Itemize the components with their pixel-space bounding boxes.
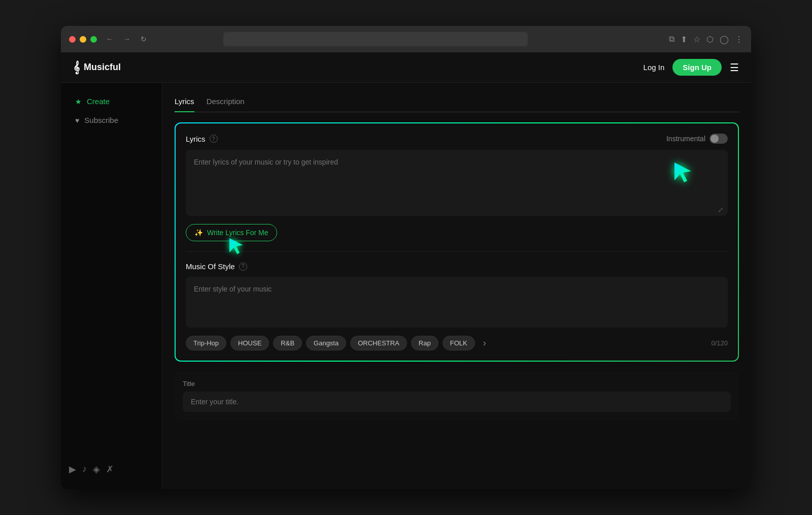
more-tags-button[interactable]: › [479, 336, 490, 350]
panel-container: Lyrics ? Instrumental [175, 122, 739, 362]
browser-share-icon[interactable]: ⬆ [681, 35, 687, 44]
section-divider [186, 251, 728, 252]
logo-text: Musicful [84, 62, 121, 73]
tag-rap[interactable]: Rap [411, 336, 438, 350]
logo-icon: 𝄞 [73, 61, 80, 74]
sidebar-item-label-create: Create [87, 97, 110, 106]
main-content: Lyrics Description Lyrics ? Ins [162, 83, 751, 489]
expand-icon[interactable]: ⤢ [718, 206, 724, 214]
tabs: Lyrics Description [175, 93, 739, 112]
title-section: Title [175, 372, 739, 420]
browser-star-icon[interactable]: ☆ [693, 35, 700, 44]
sidebar-item-subscribe[interactable]: ♥ Subscribe [69, 112, 154, 128]
tag-orchestra[interactable]: ORCHESTRA [350, 336, 407, 350]
lyrics-bottom-bar: ✨ Write Lyrics For Me [186, 224, 728, 241]
lyrics-section-header: Lyrics ? Instrumental [186, 134, 728, 144]
app-header: 𝄞 Musicful Log In Sign Up ☰ [61, 52, 751, 83]
panel-inner: Lyrics ? Instrumental [176, 123, 738, 361]
tag-gangsta[interactable]: Gangsta [306, 336, 346, 350]
subscribe-icon: ♥ [75, 116, 79, 124]
lyrics-help-icon[interactable]: ? [210, 135, 218, 143]
lyrics-textarea-container: ⤢ [186, 150, 728, 218]
lyrics-textarea[interactable] [186, 150, 728, 216]
browser-actions: ⧉ ⬆ ☆ ⬡ ◯ ⋮ [669, 35, 743, 44]
sidebar-nav: ★ Create ♥ Subscribe [69, 93, 154, 128]
maximize-button[interactable] [90, 36, 97, 43]
char-count: 0/120 [711, 339, 728, 347]
write-lyrics-button[interactable]: ✨ Write Lyrics For Me [186, 224, 277, 241]
browser-nav: ← → ↻ [103, 34, 150, 44]
browser-titlebar: ← → ↻ ⧉ ⬆ ☆ ⬡ ◯ ⋮ [61, 26, 751, 52]
style-tags: Trip-Hop HOUSE R&B Gangsta ORCHESTRA Rap… [186, 336, 728, 350]
logo: 𝄞 Musicful [73, 61, 121, 74]
sparkle-icon: ✨ [194, 229, 203, 237]
browser-window: ← → ↻ ⧉ ⬆ ☆ ⬡ ◯ ⋮ 𝄞 Musicful Log In Sign… [61, 26, 751, 489]
tag-rnb[interactable]: R&B [273, 336, 302, 350]
sidebar-bottom: ▶ ♪ ◈ ✗ [69, 460, 154, 479]
login-button[interactable]: Log In [644, 63, 665, 72]
style-textarea[interactable] [186, 277, 728, 328]
style-section-header: Music Of Style ? [186, 262, 728, 271]
style-help-icon[interactable]: ? [239, 263, 247, 271]
sidebar: ★ Create ♥ Subscribe ▶ ♪ ◈ ✗ [61, 83, 162, 489]
close-button[interactable] [69, 36, 76, 43]
app: 𝄞 Musicful Log In Sign Up ☰ ★ Create ♥ [61, 52, 751, 489]
browser-extensions-icon[interactable]: ⬡ [706, 35, 714, 44]
write-lyrics-label: Write Lyrics For Me [207, 229, 268, 237]
tag-house[interactable]: HOUSE [230, 336, 269, 350]
twitter-icon[interactable]: ✗ [106, 464, 114, 475]
title-input[interactable] [183, 392, 731, 412]
address-bar[interactable] [223, 32, 528, 46]
header-actions: Log In Sign Up ☰ [644, 59, 739, 76]
tab-description[interactable]: Description [207, 93, 245, 112]
lyrics-label: Lyrics [186, 135, 206, 143]
lyrics-section-title: Lyrics ? [186, 135, 218, 143]
minimize-button[interactable] [80, 36, 86, 43]
write-lyrics-btn-area: ✨ Write Lyrics For Me [186, 224, 277, 241]
browser-menu-icon[interactable]: ⋮ [735, 35, 743, 44]
create-icon: ★ [75, 98, 82, 106]
instrumental-label: Instrumental [666, 135, 705, 143]
forward-button[interactable]: → [120, 34, 133, 44]
youtube-icon[interactable]: ▶ [69, 464, 76, 475]
reload-button[interactable]: ↻ [138, 34, 150, 44]
tiktok-icon[interactable]: ♪ [82, 464, 87, 475]
instrumental-toggle-switch[interactable] [709, 134, 728, 144]
back-button[interactable]: ← [103, 34, 116, 44]
discord-icon[interactable]: ◈ [93, 464, 100, 475]
sidebar-item-create[interactable]: ★ Create [69, 93, 154, 110]
tab-lyrics[interactable]: Lyrics [175, 93, 194, 112]
browser-profile-icon[interactable]: ◯ [720, 35, 729, 44]
tag-trip-hop[interactable]: Trip-Hop [186, 336, 226, 350]
signup-button[interactable]: Sign Up [672, 59, 722, 76]
style-section: Music Of Style ? Trip-Hop HOUSE R&B Gang… [186, 262, 728, 350]
browser-bookmark-icon[interactable]: ⧉ [669, 35, 674, 44]
title-label: Title [183, 380, 731, 388]
sidebar-item-label-subscribe: Subscribe [84, 116, 118, 124]
style-label: Music Of Style [186, 262, 235, 271]
app-body: ★ Create ♥ Subscribe ▶ ♪ ◈ ✗ [61, 83, 751, 489]
instrumental-toggle: Instrumental [666, 134, 728, 144]
tag-folk[interactable]: FOLK [443, 336, 475, 350]
menu-icon[interactable]: ☰ [730, 61, 739, 74]
traffic-lights [69, 36, 97, 43]
